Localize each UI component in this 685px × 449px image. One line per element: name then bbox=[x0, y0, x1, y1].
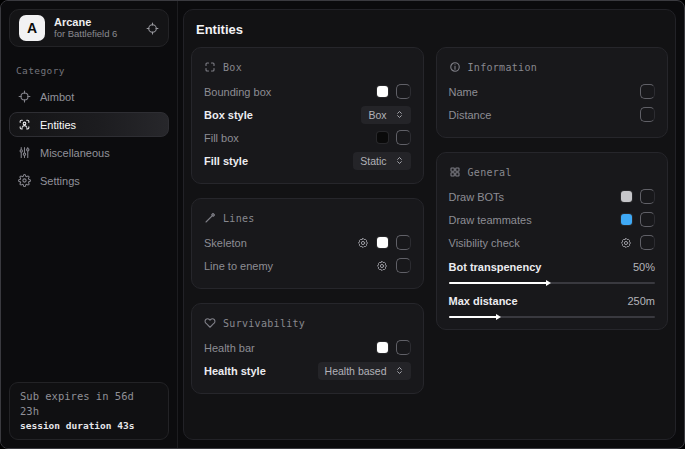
gear-icon bbox=[18, 174, 31, 187]
pencil-icon bbox=[204, 212, 216, 224]
crosshair-icon bbox=[18, 90, 31, 103]
row-label: Line to enemy bbox=[204, 260, 273, 272]
sidebar-item-label: Settings bbox=[40, 175, 80, 187]
slider-value: 50% bbox=[633, 261, 655, 273]
main-content: Entities Box Bounding box bbox=[183, 9, 676, 440]
row-distance: Distance bbox=[449, 103, 656, 126]
max-distance-slider-group: Max distance 250m bbox=[449, 291, 656, 318]
panel-title: Lines bbox=[223, 213, 255, 224]
entities-icon bbox=[18, 118, 31, 131]
distance-checkbox[interactable] bbox=[640, 107, 655, 122]
panel-title: Survivability bbox=[223, 318, 305, 329]
scan-frame-icon bbox=[204, 61, 216, 73]
sidebar-item-miscellaneous[interactable]: Miscellaneous bbox=[9, 140, 169, 165]
health-bar-checkbox[interactable] bbox=[396, 340, 411, 355]
color-swatch[interactable] bbox=[377, 237, 388, 248]
row-fill-style: Fill style Static bbox=[204, 149, 411, 172]
panel-title: General bbox=[468, 167, 512, 178]
row-fill-box: Fill box bbox=[204, 126, 411, 149]
unfold-icon bbox=[395, 366, 404, 375]
info-icon bbox=[449, 61, 461, 73]
sidebar: A Arcane for Battlefield 6 Category Aimb… bbox=[1, 1, 178, 448]
line-to-enemy-checkbox[interactable] bbox=[396, 258, 411, 273]
row-box-style: Box style Box bbox=[204, 103, 411, 126]
sub-expiry-text: Sub expires in 56d 23h bbox=[20, 389, 158, 419]
color-swatch[interactable] bbox=[377, 342, 388, 353]
brand-card: A Arcane for Battlefield 6 bbox=[9, 9, 169, 47]
name-checkbox[interactable] bbox=[640, 84, 655, 99]
row-draw-teammates: Draw teammates bbox=[449, 208, 656, 231]
row-label: Skeleton bbox=[204, 237, 247, 249]
panel-information: Information Name Distance bbox=[436, 47, 669, 138]
fill-box-checkbox[interactable] bbox=[396, 130, 411, 145]
health-style-select[interactable]: Health based bbox=[318, 362, 411, 380]
row-skeleton: Skeleton bbox=[204, 231, 411, 254]
bot-transparency-slider[interactable] bbox=[449, 282, 656, 284]
row-label: Health style bbox=[204, 365, 266, 377]
row-health-bar: Health bar bbox=[204, 336, 411, 359]
unfold-icon bbox=[395, 156, 404, 165]
slider-fill[interactable] bbox=[449, 282, 548, 284]
panel-general: General Draw BOTs Draw teammates bbox=[436, 152, 669, 330]
max-distance-slider[interactable] bbox=[449, 316, 656, 318]
row-label: Fill box bbox=[204, 132, 239, 144]
row-label: Draw BOTs bbox=[449, 191, 505, 203]
visibility-settings-icon[interactable] bbox=[620, 237, 632, 249]
sidebar-item-aimbot[interactable]: Aimbot bbox=[9, 84, 169, 109]
row-label: Name bbox=[449, 86, 478, 98]
skeleton-checkbox[interactable] bbox=[396, 235, 411, 250]
visibility-check-checkbox[interactable] bbox=[640, 235, 655, 250]
box-style-select[interactable]: Box bbox=[361, 106, 410, 124]
row-bounding-box: Bounding box bbox=[204, 80, 411, 103]
draw-bots-checkbox[interactable] bbox=[640, 189, 655, 204]
row-line-to-enemy: Line to enemy bbox=[204, 254, 411, 277]
row-label: Bounding box bbox=[204, 86, 271, 98]
sidebar-item-settings[interactable]: Settings bbox=[9, 168, 169, 193]
page-title: Entities bbox=[196, 22, 670, 37]
skeleton-settings-icon[interactable] bbox=[357, 237, 369, 249]
sidebar-item-label: Aimbot bbox=[40, 91, 74, 103]
sidebar-item-label: Entities bbox=[40, 119, 76, 131]
color-swatch[interactable] bbox=[377, 86, 388, 97]
bot-transparency-slider-group: Bot transpenency 50% bbox=[449, 257, 656, 284]
row-name: Name bbox=[449, 80, 656, 103]
target-icon[interactable] bbox=[146, 22, 159, 35]
panel-title: Information bbox=[468, 62, 538, 73]
panel-box: Box Bounding box Box style Box bbox=[191, 47, 424, 184]
unfold-icon bbox=[395, 110, 404, 119]
heart-icon bbox=[204, 317, 216, 329]
color-swatch[interactable] bbox=[621, 191, 632, 202]
row-label: Visibility check bbox=[449, 237, 520, 249]
sliders-icon bbox=[18, 146, 31, 159]
select-value: Health based bbox=[325, 365, 387, 377]
sidebar-nav: Aimbot Entities Miscellaneous Settings bbox=[1, 80, 177, 197]
sidebar-item-entities[interactable]: Entities bbox=[9, 112, 169, 137]
line-settings-icon[interactable] bbox=[376, 260, 388, 272]
brand-subtitle: for Battlefield 6 bbox=[54, 29, 117, 40]
fill-style-select[interactable]: Static bbox=[353, 152, 410, 170]
slider-value: 250m bbox=[627, 295, 655, 307]
color-swatch[interactable] bbox=[377, 132, 388, 143]
select-value: Static bbox=[360, 155, 386, 167]
bounding-box-checkbox[interactable] bbox=[396, 84, 411, 99]
panel-survivability: Survivability Health bar Health style bbox=[191, 303, 424, 394]
sidebar-item-label: Miscellaneous bbox=[40, 147, 110, 159]
slider-label: Bot transpenency bbox=[449, 261, 542, 273]
panel-lines: Lines Skeleton Line to enemy bbox=[191, 198, 424, 289]
select-value: Box bbox=[368, 109, 386, 121]
grid-icon bbox=[449, 166, 461, 178]
color-swatch[interactable] bbox=[621, 214, 632, 225]
brand-logo: A bbox=[19, 15, 45, 41]
subscription-info-box: Sub expires in 56d 23h session duration … bbox=[9, 382, 169, 440]
row-label: Distance bbox=[449, 109, 492, 121]
panel-title: Box bbox=[223, 62, 242, 73]
row-label: Box style bbox=[204, 109, 253, 121]
draw-teammates-checkbox[interactable] bbox=[640, 212, 655, 227]
session-duration-text: session duration 43s bbox=[20, 419, 158, 433]
category-label: Category bbox=[16, 65, 162, 76]
row-label: Draw teammates bbox=[449, 214, 532, 226]
slider-label: Max distance bbox=[449, 295, 518, 307]
slider-fill[interactable] bbox=[449, 316, 499, 318]
brand-name: Arcane bbox=[54, 16, 117, 29]
row-visibility-check: Visibility check bbox=[449, 231, 656, 254]
